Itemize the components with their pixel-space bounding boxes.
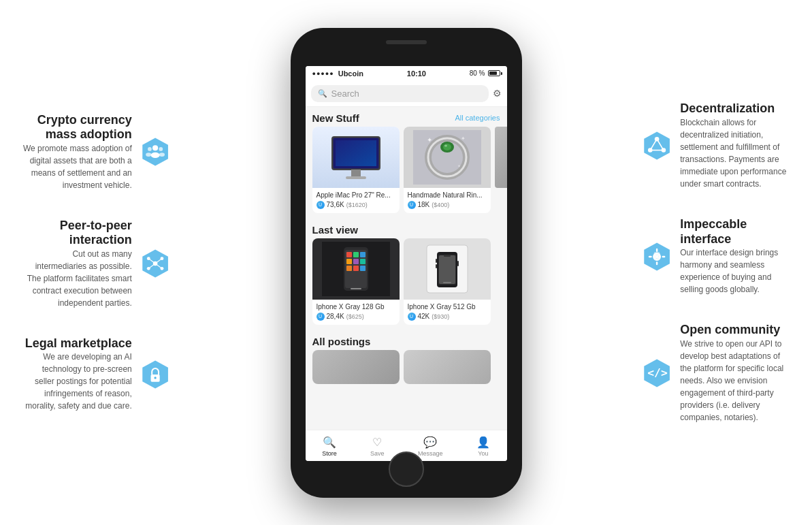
status-left: ●●●●● Ubcoin [312,69,363,78]
community-title: Open community [680,323,792,338]
svg-rect-53 [444,255,451,257]
iphonex2-card-name: Iphone X Gray 512 Gb [408,302,487,311]
community-hex-icon: </> [642,355,672,392]
screen-content: New Stuff All categories [306,107,507,430]
page-layout: Crypto currencymass adoption We promote … [0,0,812,525]
svg-rect-47 [351,288,361,289]
nav-store[interactable]: 🔍 Store [322,436,337,457]
svg-point-1 [152,145,158,150]
iphonex1-card-info: Iphone X Gray 128 Gb U 28,4K ($625) [312,300,400,325]
svg-rect-55 [436,259,437,263]
phone-screen: ●●●●● Ubcoin 10:10 80 % 🔍 Se [306,66,507,461]
nav-save[interactable]: ♡ Save [370,436,385,457]
coin-icon-ring: U [408,201,416,209]
iphonex1-card-name: Iphone X Gray 128 Gb [316,302,395,311]
iphonex2-card-info: Iphone X Gray 512 Gb U 42K ($930) [404,300,491,325]
iphonex1-price-usd: ($625) [346,313,364,320]
imac-card-name: Apple iMac Pro 27" Re... [316,191,395,200]
status-time: 10:10 [407,69,426,78]
iphonex1-card[interactable]: Iphone X Gray 128 Gb U 28,4K ($625) [312,238,400,325]
feature-interface: Impeccable interface Our interface desig… [642,217,792,296]
crypto-desc: We promote mass adoption of digital asse… [20,142,132,191]
p2p-hex-icon [140,245,170,282]
ring-card[interactable]: ✦ ✦ ✦ Handmade Natural Rin... U 18K [404,127,491,213]
ring-price-coin: 18K [418,201,430,208]
svg-rect-44 [346,266,352,271]
svg-point-31 [444,144,447,146]
iphonex2-card-price: U 42K ($930) [408,313,487,321]
all-postings-title: All postings [312,336,371,347]
feature-crypto: Crypto currencymass adoption We promote … [20,113,170,191]
app-name: Ubcoin [338,69,363,78]
svg-point-6 [159,153,165,157]
community-desc: We strive to open our API to develop bes… [680,338,792,424]
svg-point-73 [655,255,659,258]
imac-card-info: Apple iMac Pro 27" Re... U 73,6K ($1620) [312,188,400,213]
svg-rect-40 [360,252,366,257]
svg-rect-57 [457,261,459,266]
svg-rect-69 [656,261,657,265]
all-postings-header: All postings [306,330,507,350]
ring-card-price: U 18K ($400) [408,201,487,209]
posting-card-1[interactable] [312,350,400,384]
imac-card-image [312,127,400,188]
status-bar: ●●●●● Ubcoin 10:10 80 % [306,66,507,81]
all-postings-cards [306,350,507,387]
posting-card-1-image [312,350,400,384]
ring-svg: ✦ ✦ ✦ [413,130,481,185]
iphonex2-price-usd: ($930) [432,313,449,320]
svg-rect-23 [336,140,376,166]
svg-marker-58 [644,132,670,160]
feature-community: </> Open community We strive to open our… [642,323,792,424]
filter-icon[interactable]: ⚙ [493,88,502,99]
ring-card-image: ✦ ✦ ✦ [404,127,491,188]
iphonex2-svg [413,242,481,296]
save-icon: ♡ [372,436,382,449]
svg-rect-42 [353,259,359,264]
crypto-title: Crypto currencymass adoption [20,113,132,142]
svg-text:✦: ✦ [461,136,466,142]
svg-rect-43 [360,259,366,264]
status-right: 80 % [470,69,500,77]
iphonex2-card[interactable]: Iphone X Gray 512 Gb U 42K ($930) [404,238,491,325]
feature-decentralization: Decentralization Blockchain allows for d… [642,101,792,190]
svg-text:✦: ✦ [427,136,432,144]
phone-frame: ●●●●● Ubcoin 10:10 80 % 🔍 Se [291,28,522,498]
iphonex1-svg [322,242,390,296]
svg-point-3 [148,147,152,151]
iphonex2-price-coin: 42K [418,313,430,320]
decentralization-hex-icon [642,127,672,164]
search-placeholder: Search [331,89,359,99]
search-bar[interactable]: 🔍 Search ⚙ [306,81,507,107]
svg-rect-54 [443,282,451,283]
legal-hex-icon [140,356,170,393]
coin-icon: U [316,201,325,209]
decentralization-desc: Blockchain allows for decentralized init… [680,116,792,190]
posting-card-2[interactable] [404,350,491,384]
svg-rect-46 [360,266,366,271]
nav-message[interactable]: 💬 Message [418,436,443,457]
decentralization-title: Decentralization [680,101,792,116]
nav-save-label: Save [370,450,385,457]
p2p-desc: Cut out as many intermediaries as possib… [20,248,132,309]
coin-icon-ix1: U [316,313,325,321]
svg-rect-45 [353,266,359,271]
legal-desc: We are developing an AI technology to pr… [20,351,132,412]
search-input[interactable]: 🔍 Search [311,85,489,102]
imac-price-coin: 73,6K [327,201,344,208]
ring-card-info: Handmade Natural Rin... U 18K ($400) [404,188,491,213]
imac-card[interactable]: Apple iMac Pro 27" Re... U 73,6K ($1620) [312,127,400,213]
new-stuff-link[interactable]: All categories [455,114,500,122]
posting-card-2-image [404,350,491,384]
left-features: Crypto currencymass adoption We promote … [20,113,170,413]
nav-you[interactable]: 👤 You [476,436,490,457]
phone-mockup: ●●●●● Ubcoin 10:10 80 % 🔍 Se [291,28,522,498]
new-stuff-title: New Stuff [312,112,359,124]
iphonex1-price-coin: 28,4K [327,313,344,320]
iphonex1-card-image [312,238,400,300]
svg-text:</>: </> [647,366,668,379]
bottom-nav: 🔍 Store ♡ Save 💬 Message 👤 You [306,430,507,461]
right-features: Decentralization Blockchain allows for d… [642,101,792,423]
svg-rect-68 [656,248,657,251]
signal-dots: ●●●●● [312,70,334,77]
